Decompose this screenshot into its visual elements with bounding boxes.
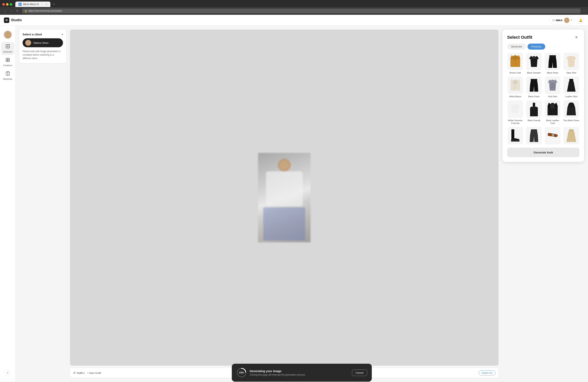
outfit-card-black-sweater[interactable]: Black Sweater [526, 53, 542, 74]
minimize-dot[interactable] [6, 3, 9, 6]
outfit-card-img-black-pants-2 [526, 76, 542, 94]
content-area: Select a client ▾ Tatiana Olsen Please w… [16, 26, 588, 382]
outfit-card-img-sneakers-2 [526, 127, 542, 144]
sidebar-bottom: ? [5, 370, 11, 379]
svg-point-0 [566, 18, 568, 21]
svg-rect-41 [569, 129, 574, 131]
tab-wardrobe[interactable]: Wardrobe [507, 43, 526, 50]
help-button[interactable]: ? [5, 370, 11, 376]
refresh-button[interactable]: ↻ [15, 8, 20, 14]
generate-icon [5, 44, 10, 50]
generating-overlay: 23% Generating your image Closing this p… [232, 364, 372, 382]
outfit-card-label-grid-shirt: Grid Shirt [548, 95, 557, 98]
outfit-card-black-leather-coat[interactable]: Black Leather Coat [545, 100, 561, 125]
outfit-card-label-white-crop-top: White Oversize Crop-top [507, 119, 524, 125]
svg-rect-16 [549, 55, 556, 57]
chevron-down-icon: ▾ [571, 19, 572, 21]
address-bar: ‹ › ↻ 🔒 https://mirrormirrorai.com/studi… [0, 7, 588, 15]
outfit-card-black-pants[interactable]: Black Pants [545, 53, 561, 74]
outfit-card-label-leather-skirt: Leather Skirt [565, 95, 577, 98]
svg-point-2 [6, 32, 10, 35]
tab-row: Wardrobe Products [507, 43, 579, 50]
outfit-card-satin-shirt[interactable]: Satin Shirt [563, 53, 579, 74]
user-menu[interactable]: MYMIKA ▾ [550, 16, 575, 24]
inspire-me-button[interactable]: Inspire me [479, 370, 495, 375]
url-bar[interactable]: 🔒 https://mirrormirrorai.com/studio/ [22, 9, 581, 13]
generate-look-button[interactable]: Generate look [507, 148, 579, 157]
svg-rect-7 [8, 58, 10, 60]
favicon: M [19, 3, 21, 6]
outfit-card-sneakers-2[interactable]: Sneakers [526, 127, 542, 145]
outfit-card-grid-shirt[interactable]: Grid Shirt [545, 76, 561, 98]
outfit-card-img-black-pants [545, 53, 560, 70]
nav-buttons: ‹ › ↻ [2, 8, 20, 14]
outfit-card-label-black-sweater: Black Sweater [527, 71, 541, 74]
outfit-grid: Brown Coat Black Sweater Bla [507, 53, 579, 145]
browser-menu-button[interactable]: ⋯ [583, 9, 586, 13]
generating-subtitle: Closing this page will interrupt the gen… [250, 373, 349, 376]
sidebar-item-wardrobe[interactable]: Wardrobe [1, 69, 14, 82]
outfit-card-img-white-crop-top [507, 100, 523, 118]
outfit-card-img-satin-shirt [564, 53, 579, 70]
close-tab-icon[interactable]: ✕ [45, 3, 47, 6]
new-tab-button[interactable]: + [51, 1, 57, 7]
progress-circle: 23% [236, 368, 247, 378]
blurred-preview [258, 153, 311, 242]
svg-rect-22 [531, 79, 537, 80]
app-title: Studio [11, 18, 22, 22]
outfit-card-label-black-pants-2: Black Pants [528, 95, 540, 98]
close-dot[interactable] [2, 3, 5, 6]
logo-icon: M [4, 18, 9, 23]
sidebar-item-creations[interactable]: Creations [1, 56, 14, 68]
outfit-card-white-crop-top[interactable]: White Oversize Crop-top [507, 100, 524, 125]
outfit-card-sneakers-3[interactable]: Sneakers [545, 127, 561, 145]
svg-rect-37 [511, 140, 520, 142]
outfit-card-label-black-pants: Black Pants [547, 71, 558, 74]
notification-bell-button[interactable]: 🔔 [577, 17, 584, 24]
active-tab[interactable]: M Mirror Mirror AI ✕ [15, 1, 50, 7]
tab-products[interactable]: Products [527, 43, 545, 50]
center-area: ↺ Outfit 1 + New Outfit Inspire me [70, 30, 499, 378]
sidebar-avatar[interactable] [1, 29, 14, 41]
outfit-panel: Select Outfit ✕ Wardrobe Products Brown … [503, 30, 584, 162]
outfit-card-brown-coat[interactable]: Brown Coat [507, 53, 524, 74]
outfit-card-label-black-leather-coat: Black Leather Coat [545, 119, 561, 125]
maximize-dot[interactable] [10, 3, 12, 6]
outfit-card-tiny-black-dress[interactable]: Tiny Black Dress [563, 100, 579, 125]
outfit-card-label-white-blazer: White Blazer [509, 95, 521, 98]
cancel-button[interactable]: Cancel [352, 370, 367, 376]
outfit-card-img-black-leather-coat [545, 100, 560, 118]
svg-rect-8 [6, 60, 8, 62]
outfit-card-black-overall[interactable]: Black Overall [526, 100, 542, 125]
image-preview [70, 30, 499, 366]
tab-title: Mirror Mirror AI [23, 3, 44, 6]
close-outfit-panel-button[interactable]: ✕ [573, 34, 579, 41]
new-outfit-button[interactable]: + New Outfit [87, 371, 101, 374]
outfit-card-sneakers-4[interactable]: Sneakers [563, 127, 579, 145]
client-option[interactable]: Tatiana Olsen [22, 38, 63, 47]
outfit-card-black-pants-2[interactable]: Black Pants [526, 76, 542, 98]
client-selector-label: Select a client [22, 33, 42, 36]
sidebar-item-generate[interactable]: Generate [1, 42, 14, 55]
outfit-card-img-black-overall [526, 100, 542, 118]
outfit-name: ↺ Outfit 1 [73, 371, 85, 374]
sidebar-user-avatar [4, 31, 12, 39]
outfit-card-label-tiny-black-dress: Tiny Black Dress [563, 119, 579, 122]
outfit-card-leather-skirt[interactable]: Leather Skirt [563, 76, 579, 98]
svg-rect-9 [8, 60, 10, 62]
app-header: M Studio MYMIKA ▾ 🔔 [0, 15, 588, 26]
client-selector: Select a client ▾ Tatiana Olsen Please w… [20, 30, 66, 63]
creations-label: Creations [3, 64, 12, 66]
outfit-card-sneakers-1[interactable]: Sneakers [507, 127, 524, 145]
svg-rect-36 [511, 129, 514, 138]
outfit-card-label-black-overall: Black Overall [528, 119, 540, 122]
app-logo: M Studio [4, 18, 22, 23]
back-button[interactable]: ‹ [2, 8, 8, 14]
forward-button[interactable]: › [9, 8, 14, 14]
outfit-card-white-blazer[interactable]: White Blazer [507, 76, 524, 98]
creations-icon [5, 58, 10, 64]
warning-text: Please wait until image generation is co… [22, 50, 63, 60]
sidebar: Generate Creations Wardrobe ? [0, 26, 16, 382]
chevron-down-client-icon[interactable]: ▾ [62, 33, 63, 36]
outfit-card-img-tiny-black-dress [564, 100, 579, 118]
